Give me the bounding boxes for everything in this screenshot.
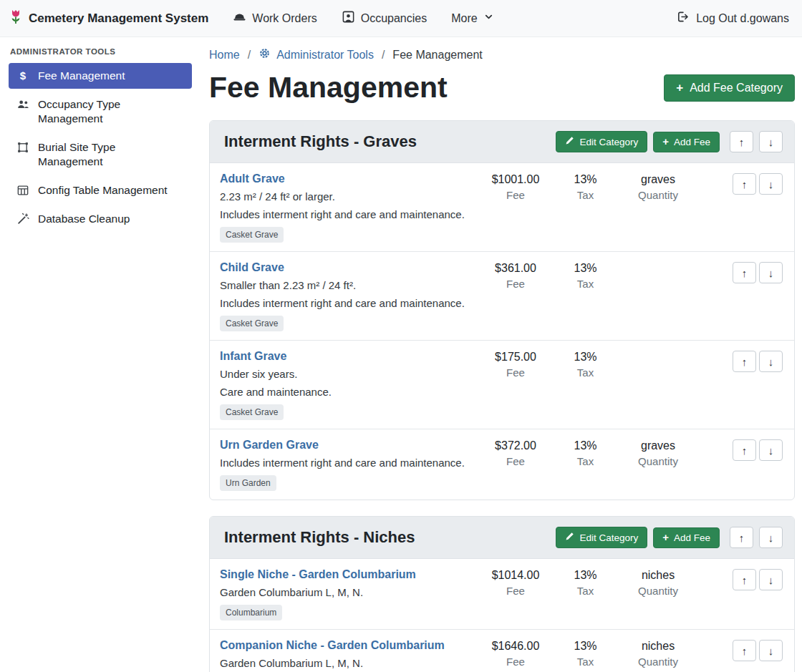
nav-more-label: More bbox=[451, 12, 477, 25]
sidebar-item-database-cleanup[interactable]: Database Cleanup bbox=[9, 206, 192, 232]
fee-tax-label: Tax bbox=[551, 189, 619, 201]
add-fee-button[interactable]: + Add Fee bbox=[653, 527, 720, 548]
fee-amount-column: $361.00 Fee bbox=[480, 261, 551, 290]
fee-row: Infant Grave Under six years. Care and m… bbox=[210, 341, 794, 429]
nav-work-orders[interactable]: Work Orders bbox=[233, 10, 317, 26]
sidebar-item-config-table-management[interactable]: Config Table Management bbox=[9, 177, 192, 203]
person-bounding-box-icon bbox=[342, 10, 355, 26]
add-fee-button[interactable]: + Add Fee bbox=[653, 132, 720, 152]
move-category-down-button[interactable]: ↓ bbox=[759, 131, 783, 152]
fee-amount: $361.00 bbox=[480, 262, 551, 275]
logout-link[interactable]: Log Out d.gowans bbox=[676, 10, 789, 26]
fee-name-link[interactable]: Companion Niche - Garden Columbarium bbox=[220, 639, 445, 652]
fee-tax-column: 13% Tax bbox=[551, 439, 619, 467]
move-fee-down-button[interactable]: ↓ bbox=[759, 262, 783, 283]
fee-quantity-label: Quantity bbox=[619, 189, 697, 201]
add-fee-category-button[interactable]: + Add Fee Category bbox=[664, 74, 795, 102]
fee-tax: 13% bbox=[551, 351, 619, 364]
page-title: Fee Management bbox=[209, 71, 448, 104]
sidebar-item-label: Fee Management bbox=[38, 69, 125, 83]
move-fee-down-button[interactable]: ↓ bbox=[759, 351, 783, 372]
logout-icon bbox=[676, 10, 690, 26]
fee-tax-label: Tax bbox=[551, 366, 619, 379]
breadcrumb-admin-tools-link[interactable]: Administrator Tools bbox=[259, 47, 374, 62]
fee-description: Care and maintenance. bbox=[220, 386, 475, 398]
main-content: Home / Administrator Tools / Fee Managem… bbox=[200, 37, 802, 672]
edit-category-button[interactable]: Edit Category bbox=[556, 131, 647, 152]
sidebar-item-label: Occupancy Type Management bbox=[38, 97, 174, 126]
fee-quantity-label: Quantity bbox=[619, 455, 697, 467]
category-header: Interment Rights - Niches Edit Category … bbox=[210, 517, 794, 559]
fee-amount: $372.00 bbox=[480, 439, 551, 452]
app-brand-label: Cemetery Management System bbox=[29, 11, 208, 26]
fee-amount: $175.00 bbox=[480, 351, 551, 364]
nav-occupancies[interactable]: Occupancies bbox=[342, 10, 427, 26]
move-fee-up-button[interactable]: ↑ bbox=[733, 173, 756, 195]
fee-row: Urn Garden Grave Includes interment righ… bbox=[210, 429, 794, 500]
fee-type-badge: Casket Grave bbox=[220, 227, 284, 243]
pencil-icon bbox=[565, 136, 574, 147]
fee-amount-label: Fee bbox=[480, 189, 551, 201]
fee-tax: 13% bbox=[551, 569, 619, 582]
move-fee-down-button[interactable]: ↓ bbox=[759, 173, 783, 195]
fee-tax-label: Tax bbox=[551, 278, 619, 290]
nav-more[interactable]: More bbox=[451, 11, 493, 25]
sidebar-item-occupancy-type-management[interactable]: Occupancy Type Management bbox=[9, 92, 192, 132]
sidebar-item-fee-management[interactable]: $ Fee Management bbox=[9, 63, 192, 89]
fee-type-badge: Casket Grave bbox=[220, 316, 284, 331]
fee-tax-column: 13% Tax bbox=[551, 172, 619, 201]
move-fee-up-button[interactable]: ↑ bbox=[733, 351, 756, 372]
app-brand-link[interactable]: Cemetery Management System bbox=[9, 8, 208, 29]
fee-name-link[interactable]: Child Grave bbox=[220, 261, 284, 274]
add-fee-label: Add Fee bbox=[674, 137, 710, 147]
fee-amount-column: $175.00 Fee bbox=[480, 350, 551, 379]
move-category-up-button[interactable]: ↑ bbox=[730, 131, 753, 152]
fee-amount-column: $1014.00 Fee bbox=[480, 568, 551, 597]
sidebar-item-label: Database Cleanup bbox=[38, 212, 130, 226]
fee-description: Includes interment right and care and ma… bbox=[220, 457, 475, 469]
fee-amount-label: Fee bbox=[480, 366, 551, 379]
plus-icon: + bbox=[662, 532, 669, 542]
move-fee-up-button[interactable]: ↑ bbox=[733, 439, 756, 461]
move-category-up-button[interactable]: ↑ bbox=[730, 527, 753, 548]
gear-icon bbox=[259, 47, 271, 62]
fee-row: Child Grave Smaller than 2.23 m² / 24 ft… bbox=[210, 252, 794, 341]
fee-quantity-column: graves Quantity bbox=[619, 172, 697, 201]
category-card-niches: Interment Rights - Niches Edit Category … bbox=[209, 516, 795, 672]
fee-description: Includes interment right and care and ma… bbox=[220, 208, 475, 220]
fee-quantity: niches bbox=[619, 640, 697, 653]
fee-quantity: graves bbox=[619, 173, 697, 186]
fee-amount-column: $1001.00 Fee bbox=[480, 172, 551, 201]
table-icon bbox=[16, 184, 30, 197]
move-fee-up-button[interactable]: ↑ bbox=[733, 569, 756, 590]
move-fee-up-button[interactable]: ↑ bbox=[733, 262, 756, 283]
nav-work-orders-label: Work Orders bbox=[252, 12, 317, 25]
move-fee-up-button[interactable]: ↑ bbox=[733, 640, 756, 661]
edit-category-label: Edit Category bbox=[579, 532, 638, 543]
move-fee-down-button[interactable]: ↓ bbox=[759, 439, 783, 461]
nav-occupancies-label: Occupancies bbox=[361, 12, 427, 25]
fee-name-link[interactable]: Infant Grave bbox=[220, 350, 286, 363]
fee-amount-label: Fee bbox=[480, 585, 551, 597]
breadcrumb-current: Fee Management bbox=[392, 49, 482, 62]
move-category-down-button[interactable]: ↓ bbox=[759, 527, 783, 548]
fee-amount-label: Fee bbox=[480, 656, 551, 668]
fee-tax: 13% bbox=[551, 640, 619, 653]
sidebar-list: $ Fee Management Occupancy Type Manageme… bbox=[9, 63, 192, 232]
move-fee-down-button[interactable]: ↓ bbox=[759, 640, 783, 661]
fee-description: Under six years. bbox=[220, 368, 475, 380]
fee-name-link[interactable]: Urn Garden Grave bbox=[220, 439, 319, 452]
sidebar-item-burial-site-type-management[interactable]: Burial Site Type Management bbox=[9, 135, 192, 175]
navbar-links: Work Orders Occupancies More bbox=[233, 10, 493, 26]
move-fee-down-button[interactable]: ↓ bbox=[759, 569, 783, 590]
add-fee-category-label: Add Fee Category bbox=[690, 82, 783, 94]
pencil-icon bbox=[565, 532, 574, 543]
edit-category-button[interactable]: Edit Category bbox=[556, 527, 647, 548]
fee-amount: $1014.00 bbox=[480, 569, 551, 582]
fee-amount-label: Fee bbox=[480, 278, 551, 290]
category-card-graves: Interment Rights - Graves Edit Category … bbox=[209, 120, 795, 500]
fee-name-link[interactable]: Adult Grave bbox=[220, 172, 285, 185]
edit-category-label: Edit Category bbox=[579, 137, 638, 147]
fee-name-link[interactable]: Single Niche - Garden Columbarium bbox=[220, 568, 416, 581]
breadcrumb-home-link[interactable]: Home bbox=[209, 49, 240, 62]
